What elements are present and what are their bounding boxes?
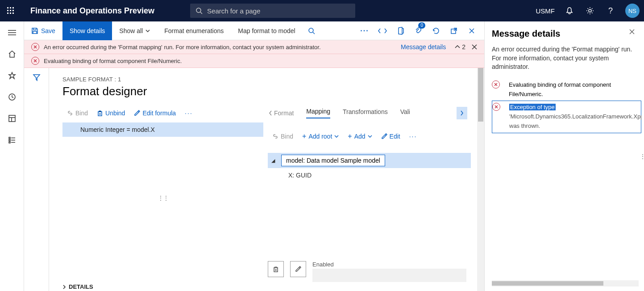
link-icon (67, 110, 73, 116)
side-message-2[interactable]: Exception of type 'Microsoft.Dynamics365… (492, 101, 641, 133)
favorites-icon[interactable] (4, 70, 21, 81)
overflow-icon[interactable]: ··· (356, 21, 374, 40)
model-tree-row[interactable]: ◢ model: Data model Sample model (268, 153, 471, 168)
svg-line-10 (200, 12, 202, 14)
tab-transformations[interactable]: Transformations (343, 108, 388, 118)
add-button[interactable]: + Add (344, 131, 375, 142)
search-placeholder: Search for a page (207, 7, 260, 15)
search-action-icon[interactable] (303, 21, 320, 40)
save-icon (31, 27, 38, 34)
bind-button-right: Bind (269, 131, 297, 142)
edit-formula-button[interactable]: Edit formula (130, 108, 179, 118)
svg-rect-28 (98, 112, 102, 116)
svg-point-11 (589, 9, 591, 12)
add-root-button[interactable]: + Add root (299, 131, 342, 142)
tab-mapping[interactable]: Mapping (306, 108, 330, 118)
svg-point-9 (196, 8, 201, 13)
search-input[interactable]: Search for a page (190, 4, 355, 18)
modules-icon[interactable] (4, 134, 21, 146)
save-button[interactable]: Save (24, 21, 62, 40)
link-icon (272, 133, 278, 139)
show-all-label: Show all (119, 27, 143, 34)
details-toggle[interactable]: DETAILS (62, 283, 93, 291)
chevron-left-icon (269, 110, 272, 116)
model-node[interactable]: model: Data model Sample model (281, 155, 385, 166)
show-all-button[interactable]: Show all (112, 21, 157, 40)
office-icon[interactable] (391, 21, 409, 40)
unbind-button[interactable]: Unbind (93, 108, 129, 118)
more-left-icon[interactable]: ··· (181, 108, 196, 118)
side-message-2-text: Exception of type 'Microsoft.Dynamics365… (509, 103, 641, 131)
edit-sq-button[interactable] (290, 261, 306, 277)
svg-rect-7 (10, 13, 11, 14)
edit-icon (134, 110, 140, 116)
bind-button-left: Bind (63, 108, 91, 118)
close-page-icon[interactable] (463, 21, 481, 40)
tab-format[interactable]: Format (269, 110, 294, 117)
edit-button[interactable]: Edit (378, 131, 404, 142)
workspaces-icon[interactable] (4, 113, 21, 124)
page-title: Format designer (62, 84, 471, 98)
side-horizontal-scrollbar[interactable] (492, 280, 639, 287)
svg-point-25 (309, 28, 313, 33)
splitter-handle-right[interactable]: ⋮⋮ (640, 153, 644, 160)
message-collapse-toggle[interactable]: 2 (455, 43, 465, 51)
trash-icon (272, 266, 279, 273)
side-panel-title: Message details (492, 29, 560, 39)
splitter-handle-left[interactable]: ⋮⋮ (158, 194, 168, 202)
svg-rect-8 (12, 13, 14, 14)
tab-scroll-right[interactable] (457, 107, 467, 119)
unbind-icon (97, 110, 103, 116)
gear-icon[interactable] (580, 0, 600, 21)
recent-icon[interactable] (4, 91, 21, 103)
search-icon (195, 7, 203, 14)
caret-right-icon (62, 285, 66, 289)
pencil-icon (295, 266, 302, 273)
delete-button[interactable] (268, 261, 284, 277)
popout-icon[interactable] (445, 21, 463, 40)
error-icon (31, 43, 39, 51)
waffle-menu[interactable] (0, 0, 21, 21)
breadcrumb: SAMPLE FORMAT : 1 (62, 76, 471, 83)
svg-rect-21 (9, 139, 10, 141)
show-details-button[interactable]: Show details (62, 21, 112, 40)
more-right-icon[interactable]: ··· (406, 131, 421, 142)
message-close-icon[interactable] (472, 44, 477, 50)
caret-down-icon[interactable]: ◢ (271, 158, 275, 164)
vertical-scrollbar[interactable] (477, 68, 484, 291)
svg-rect-29 (274, 268, 278, 272)
notifications-icon[interactable] (559, 0, 580, 21)
model-tree-child[interactable]: X: GUID (268, 168, 471, 182)
help-icon[interactable]: ? (600, 0, 621, 21)
hamburger-icon[interactable] (4, 27, 21, 38)
avatar[interactable]: NS (625, 4, 640, 18)
svg-rect-23 (9, 142, 10, 143)
svg-rect-16 (9, 115, 15, 122)
chevron-down-icon (334, 135, 339, 138)
svg-rect-0 (7, 7, 8, 8)
side-panel-close-icon[interactable] (629, 29, 635, 35)
message-text-2: Evaluating binding of format component F… (44, 58, 182, 64)
message-count: 2 (462, 43, 465, 51)
filter-icon[interactable] (33, 73, 41, 291)
svg-rect-6 (7, 13, 8, 14)
format-tree-row[interactable]: Numeric Integer = model.X (62, 122, 263, 137)
side-message-1[interactable]: Evaluating binding of format component F… (492, 79, 641, 101)
attach-badge: 0 (418, 22, 425, 29)
message-details-link[interactable]: Message details (401, 43, 446, 51)
tab-validations[interactable]: Vali (400, 108, 410, 118)
map-format-button[interactable]: Map format to model (231, 21, 302, 40)
svg-rect-5 (12, 10, 14, 11)
chevron-right-icon (460, 110, 464, 116)
diamond-icon[interactable] (374, 21, 391, 40)
message-text-1: An error occurred during the 'Format map… (44, 44, 321, 51)
enabled-input[interactable] (312, 269, 466, 282)
svg-rect-19 (9, 137, 10, 139)
format-enumerations-button[interactable]: Format enumerations (157, 21, 231, 40)
attach-icon[interactable]: 0 (409, 21, 427, 40)
side-panel-description: An error occurred during the 'Format map… (492, 45, 641, 72)
company-code[interactable]: USMF (532, 7, 560, 15)
refresh-icon[interactable] (427, 21, 445, 40)
enabled-label: Enabled (312, 261, 466, 268)
home-icon[interactable] (4, 48, 21, 60)
